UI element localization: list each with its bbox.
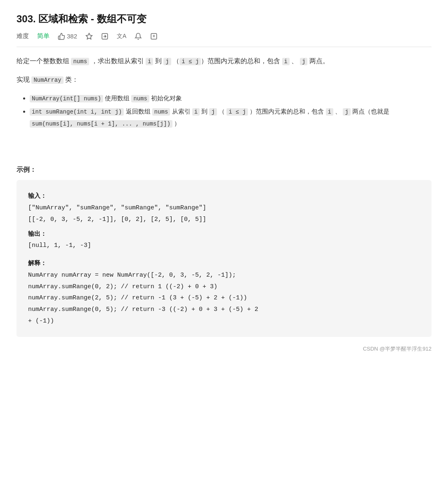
inline-code-nums: nums xyxy=(71,58,89,65)
example-section: 示例： 输入： ["NumArray", "sumRange", "sumRan… xyxy=(17,166,431,337)
bullet2-ij: i ≤ j xyxy=(226,108,248,116)
explain-line3: numArray.sumRange(2, 5); // return -1 (3… xyxy=(28,292,420,304)
example-title: 示例： xyxy=(17,166,431,174)
explain-label: 解释： xyxy=(28,259,47,266)
footer-credit: CSDN @半梦半醒半浮生912 xyxy=(17,345,431,353)
example-box: 输入： ["NumArray", "sumRange", "sumRange",… xyxy=(17,180,431,337)
explain-line1: NumArray numArray = new NumArray([-2, 0,… xyxy=(28,270,420,281)
implement-line: 实现 NumArray 类： xyxy=(17,74,431,86)
bullet1-nums: nums xyxy=(131,95,149,102)
bullet2-code: int sumRange(int i, int j) xyxy=(30,108,124,116)
input-line1: ["NumArray", "sumRange", "sumRange", "su… xyxy=(28,202,420,214)
bullet2-j: j xyxy=(209,108,217,116)
svg-marker-0 xyxy=(86,33,92,39)
difficulty-value: 简单 xyxy=(37,32,50,40)
input-label: 输入： xyxy=(28,192,47,199)
output-label: 输出： xyxy=(28,230,47,237)
explain-line5: + (-1)) xyxy=(28,315,420,327)
translate-icon[interactable]: 文A xyxy=(117,33,126,40)
bullet2-sum: sum(nums[i], nums[i + 1], ... , nums[j]) xyxy=(30,120,172,128)
star-icon[interactable] xyxy=(85,33,93,40)
bullet2-i2: i xyxy=(326,108,333,116)
like-count: 382 xyxy=(67,33,77,40)
inline-code-ij: i ≤ j xyxy=(179,58,201,65)
bell-icon[interactable] xyxy=(134,33,142,40)
input-line2: [[-2, 0, 3, -5, 2, -1]], [0, 2], [2, 5],… xyxy=(28,214,420,225)
explain-line4: numArray.sumRange(0, 5); // return -3 ((… xyxy=(28,304,420,315)
description-paragraph: 给定一个整数数组 nums ，求出数组从索引 i 到 j （i ≤ j）范围内元… xyxy=(17,55,431,67)
inline-code-i: i xyxy=(146,58,153,65)
bullet2-nums: nums xyxy=(152,108,170,116)
inline-code-numarray: NumArray xyxy=(31,76,63,84)
bullet-list: NumArray(int[] nums) 使用数组 nums 初始化对象 int… xyxy=(17,92,431,130)
difficulty-label: 难度 xyxy=(17,32,29,40)
inline-code-j: j xyxy=(163,58,171,65)
inline-code-i2: i xyxy=(282,58,290,65)
bullet2-j2: j xyxy=(343,108,350,116)
share-icon[interactable] xyxy=(101,33,108,40)
bookmark-icon[interactable] xyxy=(150,33,158,40)
meta-row: 难度 简单 382 文A xyxy=(17,32,431,47)
inline-code-j2: j xyxy=(300,58,307,65)
bullet1-code: NumArray(int[] nums) xyxy=(30,95,103,102)
list-item: int sumRange(int i, int j) 返回数组 nums 从索引… xyxy=(30,106,431,129)
like-icon[interactable]: 382 xyxy=(58,33,77,40)
bullet2-i: i xyxy=(192,108,200,116)
output-line1: [null, 1, -1, -3] xyxy=(28,240,420,251)
explain-line2: numArray.sumRange(0, 2); // return 1 ((-… xyxy=(28,281,420,293)
page-title: 303. 区域和检索 - 数组不可变 xyxy=(17,12,431,26)
list-item: NumArray(int[] nums) 使用数组 nums 初始化对象 xyxy=(30,92,431,104)
